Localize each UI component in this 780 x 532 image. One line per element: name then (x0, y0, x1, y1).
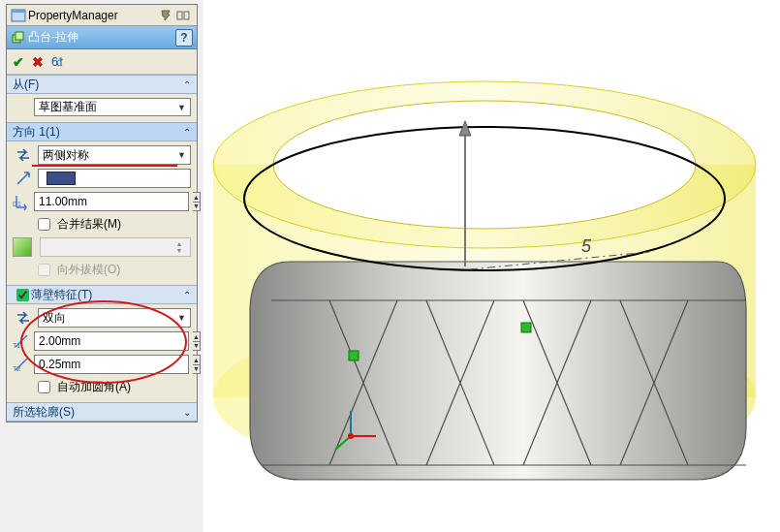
dock-icon[interactable] (175, 8, 191, 23)
pm-title: PropertyManager (28, 9, 158, 22)
property-manager-panel: PropertyManager 凸台-拉伸 ? ✔ ✖ 6ᵭ 从(F) ⌃ 草图… (6, 4, 198, 422)
svg-rect-8 (521, 323, 531, 332)
direction-vector-icon[interactable] (13, 169, 34, 188)
section-from-title: 从(F) (13, 77, 39, 93)
section-dir1-title: 方向 1(1) (13, 124, 60, 141)
help-button[interactable]: ? (175, 29, 193, 47)
depth-input[interactable] (34, 192, 189, 211)
thickness1-spinner[interactable]: ▲▼ (193, 331, 201, 351)
reverse-direction-icon[interactable] (13, 145, 34, 165)
auto-fillet-checkbox[interactable]: 自动加圆角(A) (34, 378, 191, 396)
chevron-up-icon: ⌃ (183, 127, 191, 138)
section-contour-title: 所选轮廓(S) (13, 404, 75, 421)
svg-rect-19 (16, 32, 23, 40)
svg-text:D1: D1 (13, 201, 21, 207)
direction-reference-field[interactable] (38, 169, 191, 188)
section-contour-header[interactable]: 所选轮廓(S) ⌄ (7, 402, 197, 422)
svg-rect-9 (349, 351, 359, 360)
draft-on-icon[interactable] (13, 237, 32, 257)
draft-angle-field: ▲▼ (40, 237, 191, 257)
dimension-label: 5 (581, 236, 592, 256)
section-from-header[interactable]: 从(F) ⌃ (7, 75, 197, 94)
svg-rect-17 (184, 12, 189, 19)
thin-mode-select[interactable]: 双向 ▼ (38, 308, 191, 328)
merge-result-checkbox[interactable]: 合并结果(M) (34, 215, 191, 234)
thin-feature-toggle[interactable] (16, 289, 29, 301)
action-row: ✔ ✖ 6ᵭ (7, 49, 197, 75)
section-dir1-header[interactable]: 方向 1(1) ⌃ (7, 122, 197, 141)
feature-title: 凸台-拉伸 (28, 29, 78, 46)
viewport[interactable]: 5 (203, 0, 780, 532)
chevron-up-icon: ⌃ (183, 79, 191, 90)
pm-tab-icon[interactable] (11, 8, 26, 23)
ok-button[interactable]: ✔ (13, 54, 24, 70)
thickness1-icon: T1 (13, 331, 30, 351)
extrude-icon (11, 30, 26, 46)
svg-point-13 (348, 433, 354, 439)
chevron-up-icon: ⌃ (183, 290, 191, 300)
pushpin-icon[interactable] (158, 8, 173, 23)
svg-point-3 (273, 101, 696, 229)
from-plane-select[interactable]: 草图基准面 ▼ (34, 98, 191, 116)
depth-icon: D1 (13, 192, 30, 211)
reverse-direction-icon[interactable] (13, 308, 34, 328)
thickness2-input[interactable] (34, 355, 189, 374)
svg-text:T1: T1 (13, 342, 20, 349)
dropdown-arrow-icon: ▼ (177, 150, 186, 160)
thickness2-icon: T2 (13, 355, 30, 374)
feature-header: 凸台-拉伸 ? (7, 26, 197, 49)
dropdown-arrow-icon: ▼ (177, 103, 186, 112)
draft-outward-checkbox: 向外拔模(O) (34, 261, 191, 279)
dropdown-arrow-icon: ▼ (177, 313, 186, 323)
svg-rect-15 (12, 10, 25, 13)
pm-header-bar: PropertyManager (7, 5, 197, 26)
thickness2-spinner[interactable]: ▲▼ (193, 355, 201, 374)
svg-rect-16 (177, 12, 182, 19)
thickness1-input[interactable] (34, 331, 189, 351)
section-thin-header[interactable]: 薄壁特征(T) ⌃ (7, 285, 197, 304)
svg-text:T2: T2 (13, 365, 20, 372)
dir1-mode-select[interactable]: 两侧对称 ▼ (38, 145, 191, 165)
depth-spinner[interactable]: ▲▼ (193, 192, 201, 211)
section-thin-title: 薄壁特征(T) (31, 287, 92, 303)
chevron-down-icon: ⌄ (183, 407, 191, 418)
detail-preview-button[interactable]: 6ᵭ (51, 54, 61, 70)
direction-reference-swatch (47, 172, 76, 185)
cancel-button[interactable]: ✖ (32, 54, 44, 70)
